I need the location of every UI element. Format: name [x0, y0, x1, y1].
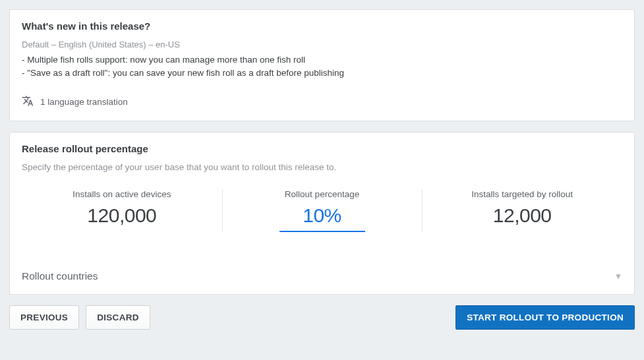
release-note-line: - "Save as a draft roll": you can save y… — [22, 67, 622, 80]
rollout-countries-label: Rollout countries — [22, 270, 98, 282]
translations-count: 1 language translation — [40, 97, 128, 107]
translate-icon — [22, 95, 34, 109]
rollout-description: Specify the percentage of your user base… — [22, 162, 622, 172]
translations-row[interactable]: 1 language translation — [22, 95, 622, 109]
left-button-group: PREVIOUS DISCARD — [9, 305, 150, 330]
stat-installs-targeted: Installs targeted by rollout 12,000 — [422, 187, 622, 235]
stat-installs-active: Installs on active devices 120,000 — [22, 187, 222, 235]
release-notes-title: What's new in this release? — [22, 20, 622, 32]
rollout-title: Release rollout percentage — [22, 143, 622, 154]
action-bar: PREVIOUS DISCARD START ROLLOUT TO PRODUC… — [9, 305, 635, 330]
stat-value: 120,000 — [28, 204, 216, 227]
locale-indicator: Default – English (United States) – en-U… — [22, 40, 622, 49]
stat-value: 12,000 — [428, 204, 616, 227]
stat-label: Installs targeted by rollout — [428, 189, 616, 199]
start-rollout-button[interactable]: START ROLLOUT TO PRODUCTION — [455, 305, 635, 330]
rollout-percentage-value[interactable]: 10% — [229, 204, 416, 227]
rollout-card: Release rollout percentage Specify the p… — [9, 132, 635, 295]
release-note-line: - Multiple fish rolls support: now you c… — [22, 53, 622, 67]
stat-label: Rollout percentage — [229, 189, 416, 199]
release-notes-card: What's new in this release? Default – En… — [9, 9, 635, 121]
chevron-down-icon: ▼ — [614, 272, 622, 281]
rollout-countries-expander[interactable]: Rollout countries ▼ — [22, 266, 622, 282]
discard-button[interactable]: DISCARD — [86, 305, 150, 330]
previous-button[interactable]: PREVIOUS — [9, 305, 79, 330]
stat-rollout-percentage[interactable]: Rollout percentage 10% — [222, 187, 423, 235]
rollout-stats: Installs on active devices 120,000 Rollo… — [22, 187, 622, 235]
stat-label: Installs on active devices — [28, 189, 216, 199]
input-underline — [279, 231, 365, 232]
